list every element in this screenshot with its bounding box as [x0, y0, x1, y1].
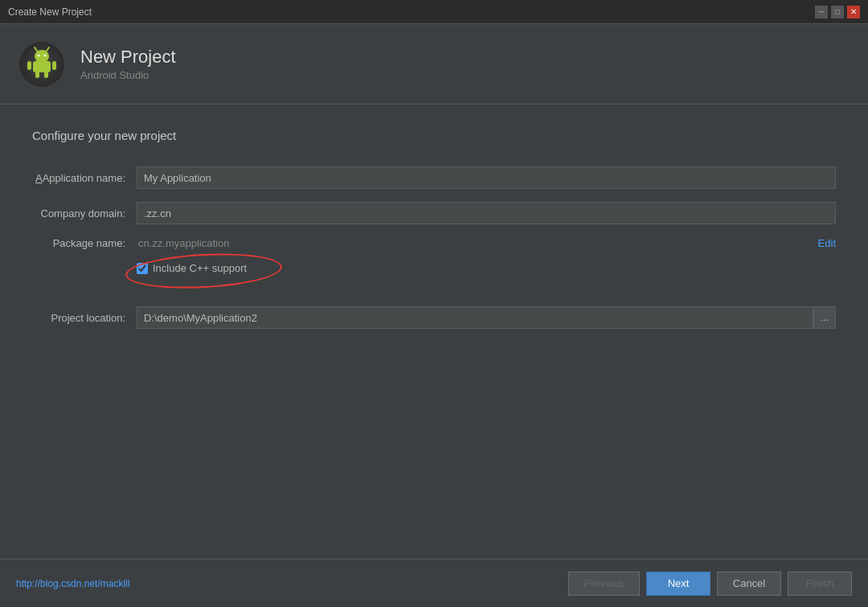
svg-rect-10 [44, 71, 48, 78]
minimize-button[interactable]: ─ [815, 6, 828, 18]
form-area: AApplication name: Company domain: Packa… [32, 166, 836, 329]
svg-point-4 [38, 54, 40, 56]
svg-point-5 [44, 54, 47, 56]
svg-point-1 [35, 50, 49, 63]
svg-rect-8 [52, 61, 56, 70]
next-button[interactable]: Next [646, 572, 710, 596]
edit-package-link[interactable]: Edit [818, 237, 836, 249]
header-text: New Project Android Studio [80, 47, 176, 81]
package-name-value: cn.zz.myapplication [137, 237, 810, 249]
svg-rect-7 [27, 61, 31, 70]
footer: http://blog.csdn.net/mackill Previous Ne… [0, 559, 868, 607]
cancel-button[interactable]: Cancel [717, 572, 781, 596]
cpp-support-checkbox-container[interactable]: Include C++ support [137, 262, 247, 274]
project-location-input[interactable] [137, 306, 813, 329]
app-name-label: AApplication name: [32, 172, 137, 184]
company-domain-input[interactable] [137, 202, 836, 224]
cpp-support-checkbox[interactable] [137, 263, 148, 274]
previous-button[interactable]: Previous [568, 572, 640, 596]
close-button[interactable]: ✕ [847, 6, 860, 18]
title-bar-text: Create New Project [8, 6, 92, 18]
app-name-input[interactable] [137, 166, 836, 189]
project-location-row: Project location: ... [32, 306, 836, 329]
svg-rect-9 [35, 71, 39, 78]
section-title: Configure your new project [32, 129, 836, 142]
app-subtitle: Android Studio [80, 69, 176, 81]
package-name-row: Package name: cn.zz.myapplication Edit [32, 237, 836, 249]
cpp-support-label: Include C++ support [153, 262, 247, 274]
app-name-row: AApplication name: [32, 166, 836, 189]
company-domain-row: Company domain: [32, 202, 836, 224]
package-name-label: Package name: [32, 237, 137, 249]
browse-button[interactable]: ... [813, 306, 836, 329]
svg-rect-6 [33, 61, 51, 72]
maximize-button[interactable]: □ [831, 6, 844, 18]
finish-button[interactable]: Finish [788, 572, 852, 596]
title-bar: Create New Project ─ □ ✕ [0, 0, 868, 24]
footer-buttons: Previous Next Cancel Finish [568, 572, 852, 596]
watermark: http://blog.csdn.net/mackill [16, 578, 129, 589]
android-logo-icon [19, 42, 64, 87]
header: New Project Android Studio [0, 24, 868, 105]
app-title: New Project [80, 47, 176, 68]
cpp-support-row: Include C++ support [137, 262, 836, 274]
project-location-label: Project location: [32, 312, 137, 324]
title-bar-controls: ─ □ ✕ [815, 6, 860, 18]
main-content: Configure your new project AApplication … [0, 105, 868, 353]
company-domain-label: Company domain: [32, 207, 137, 219]
